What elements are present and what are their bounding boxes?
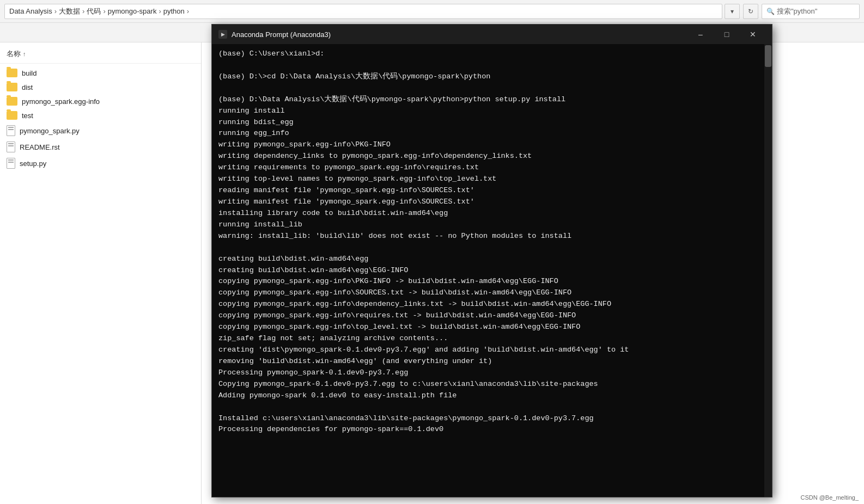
folder-icon <box>7 83 17 91</box>
terminal-title: ▶ Anaconda Prompt (Anaconda3) <box>218 30 331 39</box>
list-item[interactable]: dist <box>0 80 201 94</box>
address-path[interactable]: Data Analysis › 大数据 › 代码 › pymongo-spark… <box>4 4 722 19</box>
maximize-button[interactable]: □ <box>714 26 739 42</box>
breadcrumb: 代码 <box>87 7 101 16</box>
search-box[interactable]: 🔍 搜索"python" <box>762 4 860 19</box>
folder-icon <box>7 111 17 120</box>
list-item[interactable]: pymongo_spark.egg-info <box>0 94 201 108</box>
file-icon <box>7 125 15 136</box>
file-name: dist <box>22 83 33 91</box>
terminal-icon-label: ▶ <box>221 32 225 37</box>
file-icon <box>7 142 15 152</box>
address-bar-right: ▾ ↻ 🔍 搜索"python" <box>725 4 860 19</box>
search-icon: 🔍 <box>766 8 775 15</box>
file-name: pymongo_spark.egg-info <box>22 97 100 106</box>
terminal-app-icon: ▶ <box>218 30 227 39</box>
folder-icon <box>7 97 17 106</box>
breadcrumb: python <box>163 7 185 15</box>
breadcrumb: 大数据 <box>59 7 80 16</box>
watermark: CSDN @Be_melting_ <box>800 494 859 501</box>
left-panel: 名称 ↑ build dist pymongo_spark.egg-info t… <box>0 42 202 504</box>
breadcrumb: Data Analysis <box>9 7 52 15</box>
terminal-title-text: Anaconda Prompt (Anaconda3) <box>232 30 331 39</box>
terminal-controls: – □ ✕ <box>688 26 765 42</box>
list-item[interactable]: README.rst <box>0 139 201 155</box>
column-header: 名称 ↑ <box>0 47 201 64</box>
file-name: build <box>22 69 36 77</box>
file-name: setup.py <box>20 159 46 168</box>
breadcrumb: pymongo-spark <box>108 7 157 15</box>
terminal-window: ▶ Anaconda Prompt (Anaconda3) – □ ✕ (bas… <box>211 24 772 497</box>
search-placeholder: 搜索"python" <box>777 7 817 16</box>
address-bar: Data Analysis › 大数据 › 代码 › pymongo-spark… <box>0 0 864 23</box>
list-item[interactable]: build <box>0 66 201 80</box>
list-item[interactable]: pymongo_spark.py <box>0 122 201 139</box>
terminal-content: (base) C:\Users\xianl>d: (base) D:\>cd D… <box>218 48 765 435</box>
close-button[interactable]: ✕ <box>740 26 765 42</box>
minimize-button[interactable]: – <box>688 26 713 42</box>
file-name: test <box>22 112 33 120</box>
file-name: README.rst <box>20 143 60 151</box>
list-item[interactable]: setup.py <box>0 155 201 171</box>
terminal-scrollbar[interactable] <box>764 44 772 497</box>
sort-icon: ↑ <box>23 51 26 57</box>
terminal-titlebar: ▶ Anaconda Prompt (Anaconda3) – □ ✕ <box>212 24 772 44</box>
folder-icon <box>7 69 17 77</box>
file-icon <box>7 158 15 169</box>
scrollbar-thumb[interactable] <box>765 45 771 67</box>
file-name: pymongo_spark.py <box>20 127 80 135</box>
refresh-button[interactable]: ↻ <box>743 4 758 19</box>
terminal-body[interactable]: (base) C:\Users\xianl>d: (base) D:\>cd D… <box>212 44 772 497</box>
list-item[interactable]: test <box>0 108 201 122</box>
name-column-label: 名称 <box>7 49 21 59</box>
dropdown-button[interactable]: ▾ <box>725 4 740 19</box>
